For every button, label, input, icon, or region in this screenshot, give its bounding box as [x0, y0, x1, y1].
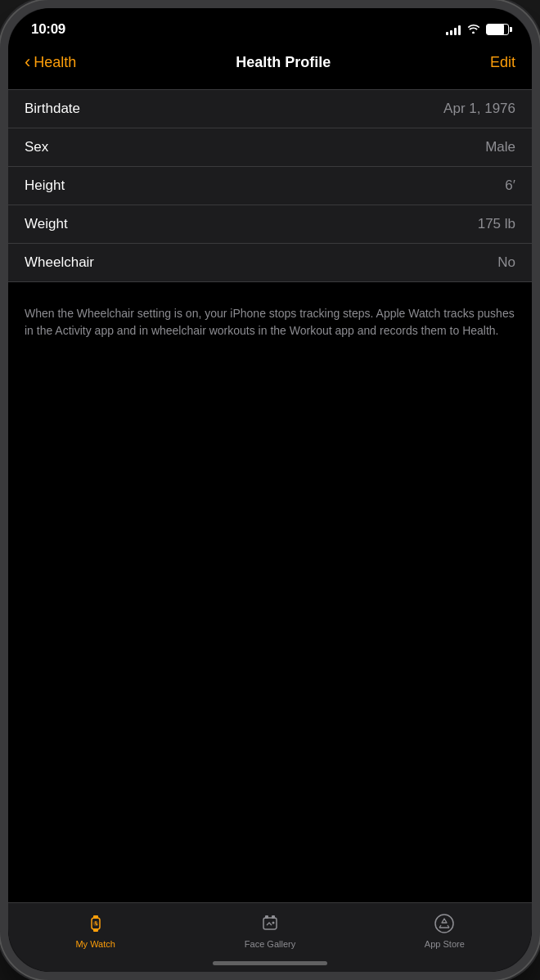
signal-bar-2	[450, 30, 452, 35]
edit-button[interactable]: Edit	[490, 54, 515, 71]
phone-frame: 10:09 ‹	[0, 0, 540, 980]
svg-rect-8	[272, 915, 275, 919]
battery-icon	[486, 24, 509, 35]
wheelchair-value: No	[497, 254, 515, 271]
tab-app-store[interactable]: App Store	[358, 911, 532, 949]
table-row: Sex Male	[8, 128, 532, 167]
signal-bar-3	[454, 28, 457, 35]
back-button[interactable]: ‹ Health	[25, 54, 76, 71]
face-gallery-icon	[258, 911, 282, 936]
notch	[205, 8, 335, 33]
profile-table: Birthdate Apr 1, 1976 Sex Male Height 6′…	[8, 89, 532, 282]
table-row: Weight 175 lb	[8, 205, 532, 244]
sex-value: Male	[485, 139, 515, 155]
sex-label: Sex	[25, 139, 48, 155]
chevron-left-icon: ‹	[25, 53, 30, 71]
tab-face-gallery[interactable]: Face Gallery	[182, 911, 357, 949]
height-label: Height	[25, 178, 65, 194]
tab-face-gallery-label: Face Gallery	[245, 939, 295, 949]
page-title: Health Profile	[236, 54, 331, 71]
tab-my-watch[interactable]: My Watch	[8, 911, 182, 949]
screen: 10:09 ‹	[8, 8, 532, 972]
weight-value: 175 lb	[478, 216, 515, 232]
wheelchair-description: When the Wheelchair setting is on, your …	[8, 289, 532, 356]
height-value: 6′	[505, 178, 515, 194]
status-icons	[446, 23, 509, 36]
table-row: Birthdate Apr 1, 1976	[8, 90, 532, 128]
content-area: Birthdate Apr 1, 1976 Sex Male Height 6′…	[8, 81, 532, 902]
signal-bar-1	[446, 32, 448, 35]
home-indicator	[213, 961, 327, 965]
birthdate-label: Birthdate	[25, 101, 80, 117]
table-row: Height 6′	[8, 167, 532, 205]
svg-rect-1	[93, 915, 98, 919]
signal-bar-4	[458, 25, 461, 35]
table-row: Wheelchair No	[8, 244, 532, 281]
svg-rect-2	[93, 928, 98, 932]
nav-header: ‹ Health Health Profile Edit	[8, 44, 532, 81]
signal-bars-icon	[446, 25, 461, 35]
svg-point-9	[272, 922, 274, 924]
weight-label: Weight	[25, 216, 68, 232]
my-watch-icon	[83, 911, 108, 936]
tab-app-store-label: App Store	[425, 939, 465, 949]
back-label: Health	[34, 54, 76, 71]
tab-my-watch-label: My Watch	[75, 939, 115, 949]
wifi-icon	[466, 23, 480, 36]
wheelchair-label: Wheelchair	[25, 254, 94, 271]
svg-rect-7	[265, 915, 268, 919]
status-time: 10:09	[31, 21, 65, 38]
app-store-icon	[432, 911, 457, 936]
battery-fill	[487, 25, 504, 34]
svg-point-10	[435, 915, 453, 933]
birthdate-value: Apr 1, 1976	[443, 101, 515, 117]
